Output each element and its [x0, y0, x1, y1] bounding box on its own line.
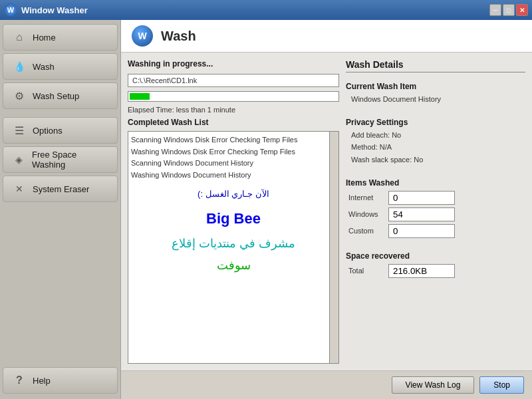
list-item: Scanning Windows Disk Error Checking Tem…: [131, 134, 336, 146]
wash-icon: [11, 59, 27, 74]
items-washed-group: Items Washed Internet Windows Custom: [346, 178, 525, 239]
content-panels: Washing in progress... Elapsed Time: les…: [121, 53, 532, 370]
progress-bar-fill: [130, 93, 150, 100]
sidebar-label-system-eraser: System Eraser: [33, 184, 89, 194]
method-value: Method: N/A: [346, 141, 525, 154]
internet-label: Internet: [346, 190, 386, 206]
current-item-group: Current Wash Item Windows Document Histo…: [346, 82, 525, 106]
close-button[interactable]: ✕: [516, 4, 528, 16]
sidebar-item-home[interactable]: Home: [3, 24, 118, 51]
custom-value[interactable]: [388, 224, 455, 238]
content-header-icon: W: [132, 25, 153, 47]
content-area: W Wash Washing in progress... Elapsed Ti…: [121, 20, 532, 399]
current-item-value: Windows Document History: [346, 93, 525, 106]
view-wash-log-button[interactable]: View Wash Log: [392, 376, 475, 394]
wash-slack-value: Wash slack space: No: [346, 154, 525, 166]
list-item: Washing Windows Document History: [131, 170, 336, 182]
windows-label: Windows: [346, 206, 386, 223]
app-icon: W: [4, 3, 17, 17]
sidebar-label-wash-setup: Wash Setup: [33, 91, 79, 101]
list-scrollbar[interactable]: [329, 132, 338, 363]
table-row: Windows: [346, 206, 525, 223]
home-icon: [11, 29, 27, 45]
app-title: Window Washer: [21, 5, 489, 15]
custom-label: Custom: [346, 223, 386, 239]
sidebar-item-free-space[interactable]: Free Space Washing: [3, 146, 118, 173]
privacy-settings-group: Privacy Settings Add bleach: No Method: …: [346, 118, 525, 166]
app-body: Home Wash Wash Setup Options Free Space …: [0, 20, 532, 399]
sidebar-label-free-space: Free Space Washing: [32, 150, 109, 170]
title-bar: W Window Washer ─ □ ✕: [0, 0, 532, 20]
current-item-label: Current Wash Item: [346, 82, 525, 91]
completed-list-container: Scanning Windows Disk Error Checking Tem…: [128, 131, 339, 364]
sidebar-bottom: Help: [0, 366, 120, 399]
total-label: Total: [346, 263, 386, 279]
completed-list-label: Completed Wash List: [128, 118, 339, 127]
wash-setup-icon: [11, 88, 27, 104]
sidebar-item-help[interactable]: Help: [3, 367, 118, 394]
elapsed-time: Elapsed Time: less than 1 minute: [128, 106, 339, 114]
list-item: Scanning Windows Document History: [131, 158, 336, 170]
big-bee-text: Big Bee: [131, 207, 336, 230]
space-recovered-group: Space recovered Total: [346, 251, 525, 279]
items-washed-label: Items Washed: [346, 178, 525, 188]
window-controls: ─ □ ✕: [489, 4, 528, 16]
footer-buttons: View Wash Log Stop: [121, 370, 532, 399]
total-value[interactable]: [388, 264, 455, 278]
sidebar-label-home: Home: [33, 33, 56, 43]
privacy-settings-label: Privacy Settings: [346, 118, 525, 127]
sidebar-item-wash[interactable]: Wash: [3, 53, 118, 80]
page-title: Wash: [161, 29, 196, 44]
right-panel: Wash Details Current Wash Item Windows D…: [346, 59, 525, 364]
arabic-text-1: الآن جـاري الغسل :): [131, 188, 336, 201]
content-header: W Wash: [121, 20, 532, 53]
freespace-icon: [11, 152, 27, 168]
help-icon: [11, 372, 27, 388]
sidebar-item-system-eraser[interactable]: System Eraser: [3, 176, 118, 202]
internet-value[interactable]: [388, 191, 455, 205]
sidebar-label-help: Help: [33, 376, 51, 386]
wash-details-title: Wash Details: [346, 59, 525, 72]
progress-path-input[interactable]: [128, 74, 339, 87]
minimize-button[interactable]: ─: [489, 4, 501, 16]
sidebar-label-wash: Wash: [33, 62, 55, 72]
restore-button[interactable]: □: [503, 4, 515, 16]
sidebar-item-options[interactable]: Options: [3, 117, 118, 144]
sidebar: Home Wash Wash Setup Options Free Space …: [0, 20, 121, 399]
table-row: Custom: [346, 223, 525, 239]
completed-list: Scanning Windows Disk Error Checking Tem…: [128, 132, 338, 278]
eraser-icon: [11, 181, 27, 197]
options-icon: [11, 122, 27, 138]
sidebar-item-wash-setup[interactable]: Wash Setup: [3, 82, 118, 109]
table-row: Total: [346, 263, 525, 279]
arabic-text-2: مشرف في منتديات إقلاع: [131, 234, 336, 253]
add-bleach-value: Add bleach: No: [346, 129, 525, 142]
left-panel: Washing in progress... Elapsed Time: les…: [128, 59, 339, 364]
list-item: Washing Windows Disk Error Checking Temp…: [131, 146, 336, 158]
windows-value[interactable]: [388, 207, 455, 221]
table-row: Internet: [346, 190, 525, 206]
items-washed-table: Internet Windows Custom: [346, 190, 525, 239]
washing-in-progress-label: Washing in progress...: [128, 59, 339, 68]
sidebar-divider-1: [0, 110, 120, 116]
space-recovered-label: Space recovered: [346, 251, 525, 261]
arabic-text-3: سوفت: [131, 256, 336, 275]
sidebar-label-options: Options: [33, 126, 63, 136]
stop-button[interactable]: Stop: [479, 376, 524, 394]
space-recovered-table: Total: [346, 263, 525, 279]
progress-bar-container: [128, 91, 339, 102]
